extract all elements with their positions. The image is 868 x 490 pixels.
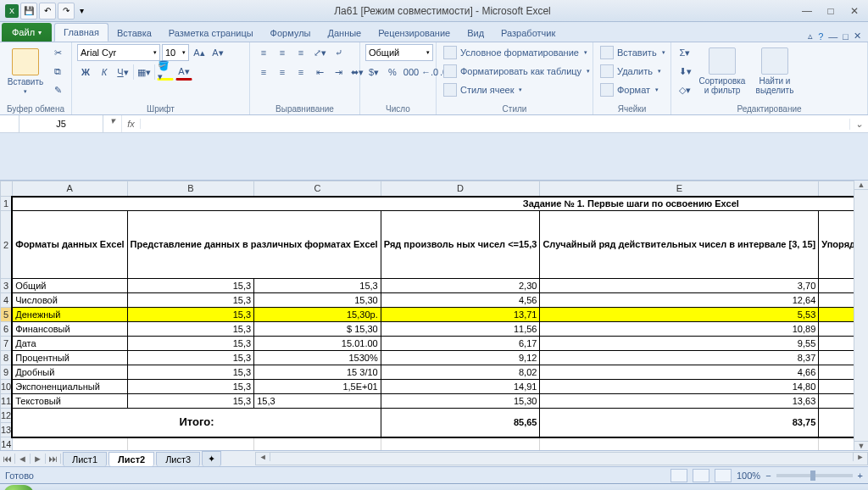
save-icon[interactable]: 💾 (20, 3, 37, 19)
cell[interactable]: Числовой (12, 293, 127, 308)
orientation-icon[interactable]: ⤢▾ (311, 44, 328, 61)
cell[interactable]: 3,70 (540, 279, 819, 293)
row-header[interactable]: 11 (1, 394, 13, 409)
cell[interactable]: Финансовый (12, 322, 127, 337)
cut-icon[interactable]: ✂ (49, 44, 66, 61)
font-color-icon[interactable]: A▾ (175, 64, 192, 81)
tab-review[interactable]: Рецензирование (370, 25, 459, 42)
decrease-indent-icon[interactable]: ⇤ (311, 64, 328, 81)
cell[interactable]: 83,75 (540, 409, 819, 437)
qat-customize-icon[interactable]: ▾ (76, 3, 86, 19)
sheet-tab[interactable]: Лист1 (63, 452, 107, 466)
row-header[interactable]: 4 (1, 293, 13, 308)
copy-icon[interactable]: ⧉ (49, 63, 66, 80)
cell[interactable]: 15,3 (254, 394, 381, 409)
row-header[interactable]: 1 (1, 197, 13, 211)
cell[interactable]: 13,71 (381, 308, 540, 322)
column-header[interactable]: C (254, 181, 381, 197)
cell[interactable]: 1,5E+01 (254, 380, 381, 394)
cell[interactable]: 3,00 (819, 279, 854, 293)
row-header[interactable]: 10 (1, 380, 13, 394)
cell[interactable]: 10,89 (540, 322, 819, 337)
cell[interactable]: $ 15,30 (254, 322, 381, 337)
cell[interactable]: 9,00 (819, 337, 854, 351)
delete-cells-button[interactable]: Удалить▾ (598, 63, 663, 80)
column-header[interactable]: B (127, 181, 254, 197)
tab-insert[interactable]: Вставка (108, 25, 160, 42)
cell[interactable]: Денежный (12, 308, 127, 322)
last-sheet-icon[interactable]: ⏭ (46, 454, 61, 464)
paste-button[interactable]: Вставить ▾ (5, 44, 46, 98)
increase-decimal-icon[interactable]: ←.0 (421, 64, 438, 81)
cell[interactable]: 9,55 (540, 337, 819, 351)
namebox-dropdown-icon[interactable]: ▾ (103, 115, 122, 132)
align-top-icon[interactable]: ≡ (255, 44, 272, 61)
cell[interactable] (254, 437, 381, 451)
cell[interactable] (12, 437, 127, 451)
cell[interactable]: 8,37 (540, 351, 819, 365)
zoom-slider[interactable] (776, 474, 853, 477)
cell[interactable]: 11,56 (381, 322, 540, 337)
zoom-in-icon[interactable]: + (858, 471, 863, 481)
row-header[interactable]: 2 (1, 211, 13, 279)
row-header[interactable]: 6 (1, 322, 13, 337)
minimize-icon[interactable]: — (798, 4, 815, 18)
cell-styles-button[interactable]: Стили ячеек▾ (442, 81, 524, 98)
cell[interactable]: 9,12 (381, 351, 540, 365)
cell[interactable]: 12,64 (540, 293, 819, 308)
font-size-combo[interactable]: 10▾ (162, 44, 189, 61)
cell[interactable]: 14,91 (381, 380, 540, 394)
cell[interactable]: 4,50 (819, 293, 854, 308)
start-button-icon[interactable] (3, 485, 34, 491)
cell[interactable]: 13,63 (540, 394, 819, 409)
cell[interactable]: Процентный (12, 351, 127, 365)
conditional-formatting-button[interactable]: Условное форматирование▾ (442, 44, 589, 61)
cell[interactable]: Задание № 1. Первые шаги по освоению Exc… (12, 197, 854, 211)
cell[interactable]: 15,3 (127, 351, 254, 365)
row-header[interactable]: 7 (1, 337, 13, 351)
cell[interactable] (540, 437, 819, 451)
cell[interactable]: 8,02 (381, 365, 540, 380)
cell[interactable]: 15,3 (127, 322, 254, 337)
column-header[interactable]: D (381, 181, 540, 197)
cell[interactable]: Экспоненциальный (12, 380, 127, 394)
row-header[interactable]: 3 (1, 279, 13, 293)
cell[interactable]: 15,3 (127, 279, 254, 293)
comma-icon[interactable]: 000 (403, 64, 420, 81)
align-bottom-icon[interactable]: ≡ (292, 44, 309, 61)
row-header[interactable]: 5 (1, 308, 13, 322)
format-painter-icon[interactable]: ✎ (49, 81, 66, 98)
cell[interactable]: 15,30р. (254, 308, 381, 322)
next-sheet-icon[interactable]: ► (31, 454, 46, 464)
tab-formulas[interactable]: Формулы (262, 25, 320, 42)
cell[interactable]: Случайный ряд действительных чисел в инт… (540, 211, 819, 279)
tab-data[interactable]: Данные (319, 25, 370, 42)
maximize-icon[interactable]: □ (822, 4, 839, 18)
underline-icon[interactable]: Ч▾ (114, 64, 131, 81)
doc-restore-icon[interactable]: □ (843, 31, 849, 42)
select-all-corner[interactable] (1, 181, 13, 197)
cell[interactable]: 15,3 (127, 365, 254, 380)
cell[interactable]: 15,3 (254, 279, 381, 293)
vertical-scrollbar[interactable] (854, 181, 868, 450)
format-cells-button[interactable]: Формат▾ (598, 81, 660, 98)
cell[interactable]: 15,3 (127, 308, 254, 322)
number-format-combo[interactable]: Общий▾ (365, 44, 433, 61)
align-left-icon[interactable]: ≡ (255, 64, 272, 81)
cell[interactable]: 6,00 (819, 308, 854, 322)
tab-developer[interactable]: Разработчик (492, 25, 564, 42)
close-icon[interactable]: ✕ (846, 4, 863, 18)
cell[interactable]: 85,65 (381, 409, 540, 437)
find-select-button[interactable]: Найти и выделить (751, 44, 798, 98)
italic-icon[interactable]: К (96, 64, 113, 81)
percent-icon[interactable]: % (384, 64, 401, 81)
file-tab[interactable]: Файл (2, 23, 52, 42)
tab-pagelayout[interactable]: Разметка страницы (160, 25, 262, 42)
cell[interactable]: 14,80 (540, 380, 819, 394)
increase-indent-icon[interactable]: ⇥ (330, 64, 347, 81)
cell[interactable]: 15,00 (819, 394, 854, 409)
cell[interactable] (381, 437, 540, 451)
sort-filter-button[interactable]: Сортировка и фильтр (697, 44, 748, 98)
cell[interactable]: Представление данных в различных формата… (127, 211, 381, 279)
cell[interactable]: Общий (12, 279, 127, 293)
